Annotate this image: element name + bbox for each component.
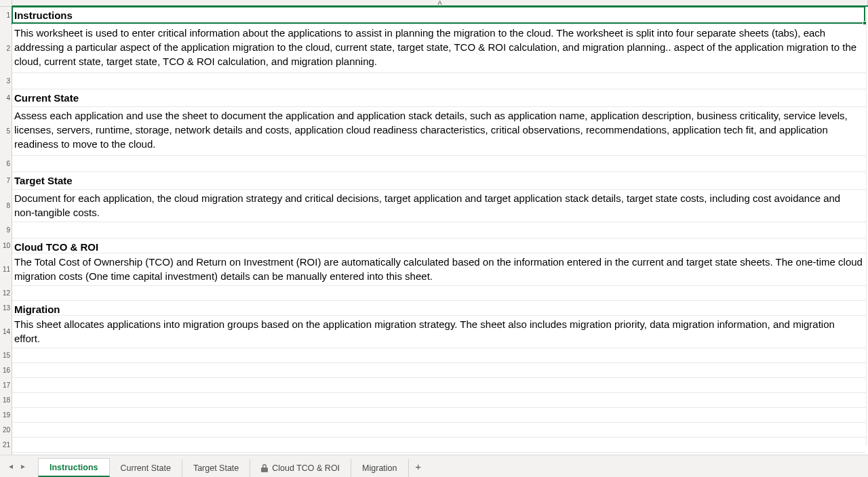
row-header-7[interactable]: 7 (0, 172, 12, 190)
row-header-label: 2 (6, 45, 10, 52)
row-header-label: 15 (3, 352, 10, 359)
column-header-strip: A (0, 0, 868, 7)
row-header-label: 17 (3, 381, 10, 389)
sheet-nav-buttons: ◂ ▸ (0, 459, 34, 473)
row-header-label: 21 (3, 441, 10, 449)
cell-A9[interactable] (14, 222, 863, 238)
row-header-gutter: 123456789101112131415161718192021 (0, 7, 12, 455)
sheet-tab-migration[interactable]: Migration (351, 459, 408, 477)
row-header-13[interactable]: 13 (0, 301, 12, 316)
cell-A6[interactable] (14, 156, 863, 171)
grid-row: Assess each application and use the shee… (12, 107, 866, 156)
row-header-3[interactable]: 3 (0, 73, 12, 89)
grid-row (12, 363, 866, 378)
cell-A16[interactable] (14, 363, 863, 377)
grid-row (12, 393, 866, 408)
sheet-tab-strip: ◂ ▸ InstructionsCurrent StateTarget Stat… (0, 455, 868, 477)
row-header-4[interactable]: 4 (0, 89, 12, 107)
cell-A3[interactable] (14, 73, 863, 89)
cell-A17[interactable] (14, 378, 863, 392)
cell-A5[interactable]: Assess each application and use the shee… (14, 107, 863, 155)
row-header-label: 14 (3, 328, 10, 335)
cell-A21[interactable] (14, 438, 863, 452)
sheet-tab-instructions[interactable]: Instructions (38, 458, 110, 477)
row-header-label: 19 (3, 411, 10, 419)
sheet-nav-prev[interactable]: ◂ (5, 459, 16, 473)
row-header-label: 3 (6, 77, 10, 85)
row-header-18[interactable]: 18 (0, 393, 12, 408)
row-header-8[interactable]: 8 (0, 190, 12, 222)
row-header-14[interactable]: 14 (0, 316, 12, 348)
cell-A4[interactable]: Current State (14, 89, 863, 106)
row-header-12[interactable]: 12 (0, 286, 12, 301)
sheet-tab-label: Target State (193, 463, 239, 473)
grid-row (12, 408, 866, 423)
row-header-19[interactable]: 19 (0, 408, 12, 423)
sheet-tab-cloud-tco-roi[interactable]: Cloud TCO & ROI (250, 459, 351, 477)
row-header-9[interactable]: 9 (0, 222, 12, 239)
row-header-10[interactable]: 10 (0, 239, 12, 253)
row-header-label: 16 (3, 367, 10, 374)
row-header-15[interactable]: 15 (0, 348, 12, 363)
add-sheet-button[interactable]: + (409, 461, 428, 472)
cells-area[interactable]: InstructionsThis worksheet is used to en… (12, 7, 866, 447)
sheet-tab-label: Migration (362, 463, 397, 473)
sheet-tab-label: Instructions (50, 463, 98, 472)
row-header-label: 7 (6, 177, 10, 184)
row-header-label: 4 (6, 94, 10, 102)
sheet-nav-next[interactable]: ▸ (18, 459, 28, 473)
grid-row: Migration (12, 301, 866, 316)
row-header-5[interactable]: 5 (0, 107, 12, 156)
cell-A2[interactable]: This worksheet is used to enter critical… (14, 24, 863, 72)
cell-A1[interactable]: Instructions (14, 7, 863, 24)
cell-A11[interactable]: The Total Cost of Ownership (TCO) and Re… (14, 253, 863, 285)
row-header-2[interactable]: 2 (0, 24, 12, 73)
grid-row: Target State (12, 172, 866, 190)
cell-A13[interactable]: Migration (14, 301, 863, 315)
worksheet-area: A 123456789101112131415161718192021 Inst… (0, 0, 868, 455)
row-header-21[interactable]: 21 (0, 438, 12, 453)
cell-A8[interactable]: Document for each application, the cloud… (14, 190, 863, 222)
grid-row (12, 286, 866, 301)
grid-row (12, 378, 866, 393)
grid-row (12, 156, 866, 172)
cell-A15[interactable] (14, 348, 863, 362)
grid-row: This sheet allocates applications into m… (12, 316, 866, 348)
cell-A14[interactable]: This sheet allocates applications into m… (14, 316, 863, 348)
grid-edge-right (866, 7, 867, 447)
cell-A7[interactable]: Target State (14, 172, 863, 189)
grid-row (12, 222, 866, 239)
grid-row: Cloud TCO & ROI (12, 239, 866, 253)
row-header-11[interactable]: 11 (0, 253, 12, 286)
cell-A12[interactable] (14, 286, 863, 300)
sheet-tabs: InstructionsCurrent StateTarget StateClo… (38, 455, 409, 477)
sheet-tab-target-state[interactable]: Target State (182, 459, 250, 477)
cell-A10[interactable]: Cloud TCO & ROI (14, 239, 863, 253)
grid-row: Instructions (12, 7, 866, 24)
select-all-corner[interactable] (0, 0, 12, 7)
grid-row: Document for each application, the cloud… (12, 190, 866, 222)
grid-row: Current State (12, 89, 866, 107)
row-header-16[interactable]: 16 (0, 363, 12, 378)
row-header-label: 18 (3, 396, 10, 404)
grid-row (12, 348, 866, 363)
grid-row: The Total Cost of Ownership (TCO) and Re… (12, 253, 866, 286)
cell-A18[interactable] (14, 393, 863, 407)
row-header-label: 13 (3, 304, 10, 312)
row-header-label: 1 (6, 12, 10, 19)
grid-row (12, 438, 866, 453)
cell-A20[interactable] (14, 423, 863, 437)
row-header-label: 6 (6, 160, 10, 167)
grid-row (12, 73, 866, 89)
grid-row: This worksheet is used to enter critical… (12, 24, 866, 73)
row-header-label: 11 (3, 266, 10, 273)
row-header-6[interactable]: 6 (0, 156, 12, 172)
row-header-17[interactable]: 17 (0, 378, 12, 393)
row-header-label: 5 (6, 127, 10, 135)
cell-A19[interactable] (14, 408, 863, 422)
row-header-20[interactable]: 20 (0, 423, 12, 438)
sheet-tab-current-state[interactable]: Current State (110, 459, 182, 477)
sheet-tab-label: Current State (121, 463, 171, 473)
row-header-1[interactable]: 1 (0, 7, 12, 24)
row-header-label: 9 (6, 226, 10, 234)
